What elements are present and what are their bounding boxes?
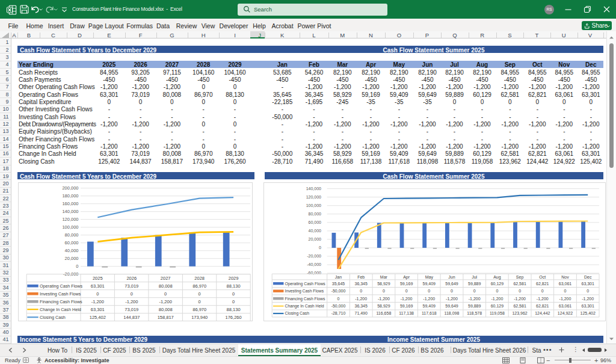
svg-text:62,581: 62,581 (513, 282, 526, 286)
svg-text:60,129: 60,129 (491, 304, 504, 308)
svg-text:Change In Cash Held: Change In Cash Held (285, 304, 324, 309)
svg-text:59,409: 59,409 (423, 282, 436, 286)
svg-text:124,442: 124,442 (535, 311, 550, 315)
svg-text:35,645: 35,645 (332, 282, 345, 286)
svg-text:80,008: 80,008 (158, 307, 172, 312)
svg-text:0: 0 (383, 289, 385, 293)
svg-text:180,000: 180,000 (62, 193, 78, 199)
svg-text:20,000: 20,000 (64, 256, 78, 261)
svg-text:0: 0 (519, 289, 521, 293)
svg-text:63,301: 63,301 (90, 307, 104, 312)
svg-text:Jul: Jul (472, 275, 477, 279)
svg-text:63,301: 63,301 (581, 304, 594, 308)
svg-text:0: 0 (198, 299, 200, 304)
svg-text:88,130: 88,130 (226, 307, 240, 312)
svg-text:2027: 2027 (160, 276, 170, 281)
svg-text:63,301: 63,301 (581, 282, 594, 286)
svg-text:-1,200: -1,200 (491, 297, 503, 301)
svg-text:Mar: Mar (380, 275, 388, 279)
svg-text:63,301: 63,301 (90, 283, 104, 289)
svg-text:Jan: Jan (335, 275, 342, 279)
svg-text:0: 0 (496, 289, 498, 293)
svg-text:0: 0 (198, 291, 200, 297)
svg-text:40,000: 40,000 (309, 229, 322, 233)
svg-text:71,490: 71,490 (354, 311, 368, 315)
svg-text:123,962: 123,962 (512, 311, 527, 315)
svg-text:-1,200: -1,200 (514, 297, 526, 301)
svg-text:0: 0 (232, 299, 235, 304)
svg-text:-1,200: -1,200 (469, 297, 481, 301)
svg-text:86,970: 86,970 (192, 307, 206, 312)
svg-text:125,402: 125,402 (89, 315, 105, 320)
svg-text:173,940: 173,940 (191, 315, 208, 320)
svg-text:0: 0 (360, 289, 362, 293)
svg-text:-1,200: -1,200 (423, 297, 435, 301)
svg-text:0: 0 (164, 291, 167, 297)
svg-text:100,000: 100,000 (306, 203, 321, 208)
svg-text:0: 0 (587, 289, 589, 293)
svg-text:Financing Cash Flows: Financing Cash Flows (40, 299, 82, 304)
svg-text:59,649: 59,649 (445, 304, 458, 308)
svg-text:May: May (425, 275, 434, 280)
svg-text:-60,000: -60,000 (307, 271, 321, 275)
svg-text:62,821: 62,821 (536, 304, 549, 308)
svg-text:36,345: 36,345 (354, 282, 368, 286)
svg-text:0: 0 (473, 289, 476, 293)
svg-text:73,019: 73,019 (125, 283, 138, 289)
svg-text:-40,000: -40,000 (307, 262, 321, 267)
svg-text:144,837: 144,837 (123, 315, 140, 320)
svg-text:0: 0 (76, 264, 78, 269)
svg-text:2026: 2026 (126, 276, 137, 281)
svg-text:-1,200: -1,200 (446, 297, 458, 301)
svg-text:59,889: 59,889 (468, 282, 481, 286)
svg-text:40,000: 40,000 (64, 248, 78, 253)
svg-text:2028: 2028 (194, 276, 205, 281)
svg-text:2029: 2029 (228, 276, 238, 281)
svg-text:60,129: 60,129 (491, 282, 504, 286)
svg-text:0: 0 (337, 297, 340, 301)
svg-text:73,019: 73,019 (125, 307, 138, 312)
svg-text:120,000: 120,000 (62, 217, 78, 222)
svg-text:0: 0 (319, 245, 321, 250)
svg-text:160,000: 160,000 (62, 201, 78, 206)
svg-text:0: 0 (96, 291, 99, 297)
svg-text:119,058: 119,058 (490, 311, 505, 315)
svg-text:0: 0 (405, 289, 408, 293)
svg-text:2025: 2025 (92, 276, 102, 281)
svg-text:88,130: 88,130 (226, 283, 240, 289)
svg-text:Investing Cash Flows: Investing Cash Flows (285, 289, 324, 294)
svg-text:100,000: 100,000 (62, 224, 78, 230)
svg-text:120,000: 120,000 (306, 195, 321, 199)
svg-text:59,169: 59,169 (400, 304, 413, 308)
svg-text:Jun: Jun (448, 275, 455, 279)
svg-text:Financing Cash Flows: Financing Cash Flows (285, 297, 325, 301)
svg-text:Closing Cash: Closing Cash (285, 311, 310, 316)
svg-text:59,409: 59,409 (423, 304, 436, 308)
svg-text:-50,000: -50,000 (331, 289, 346, 293)
svg-text:140,000: 140,000 (62, 209, 78, 214)
svg-text:0: 0 (541, 289, 544, 293)
svg-text:118,578: 118,578 (467, 311, 482, 315)
svg-text:140,000: 140,000 (306, 187, 321, 191)
svg-text:200,000: 200,000 (62, 185, 78, 191)
svg-text:80,008: 80,008 (158, 283, 172, 289)
svg-text:59,649: 59,649 (445, 282, 458, 286)
svg-text:117,618: 117,618 (422, 311, 437, 315)
svg-text:0: 0 (451, 289, 453, 293)
svg-text:Closing Cash: Closing Cash (40, 315, 66, 320)
svg-text:80,000: 80,000 (64, 232, 78, 238)
svg-text:59,889: 59,889 (468, 304, 481, 308)
svg-text:Oct: Oct (539, 275, 546, 279)
svg-text:20,000: 20,000 (309, 237, 322, 241)
svg-text:0: 0 (130, 291, 132, 297)
svg-text:Apr: Apr (403, 275, 410, 280)
svg-text:62,821: 62,821 (536, 282, 549, 286)
svg-text:Nov: Nov (561, 275, 569, 279)
svg-text:176,260: 176,260 (225, 315, 241, 320)
svg-text:86,970: 86,970 (192, 283, 206, 289)
svg-text:63,061: 63,061 (559, 282, 572, 286)
svg-text:Aug: Aug (493, 275, 501, 280)
svg-text:117,138: 117,138 (399, 311, 414, 315)
svg-text:-1,200: -1,200 (159, 299, 171, 304)
svg-text:158,817: 158,817 (157, 315, 173, 320)
